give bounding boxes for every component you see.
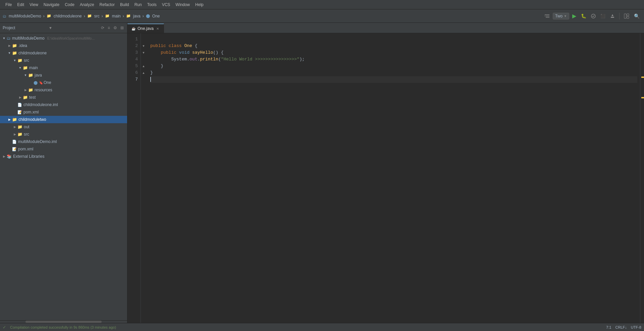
- fold-class-icon[interactable]: ▼: [142, 44, 145, 48]
- line-separator[interactable]: CRLF↓: [615, 325, 627, 329]
- breadcrumb-java[interactable]: java: [133, 14, 141, 18]
- project-scrollbar[interactable]: [0, 320, 127, 323]
- cursor-position[interactable]: 7:1: [606, 325, 611, 329]
- tree-item-external-libraries[interactable]: ▶ 📚 External Libraries: [0, 153, 127, 160]
- menu-item-help[interactable]: Help: [193, 2, 206, 8]
- line-num-7: 7: [127, 76, 138, 83]
- arrow-icon: ▶: [12, 125, 17, 129]
- breadcrumb-src[interactable]: src: [94, 14, 100, 18]
- fold-3[interactable]: ▼: [141, 49, 146, 56]
- item-label: resources: [35, 88, 52, 92]
- indent-settings-button[interactable]: [543, 12, 551, 20]
- fold-method-icon[interactable]: ▼: [142, 51, 145, 54]
- sort-icon[interactable]: ≡: [107, 25, 111, 31]
- tree-item-childmoduleone[interactable]: ▼ 📁 childmoduleone: [0, 49, 127, 57]
- layout-button[interactable]: [622, 12, 631, 20]
- arrow-icon: ▼: [23, 74, 28, 77]
- breadcrumb-one[interactable]: One: [152, 14, 160, 18]
- tree-item-multimoduledemo-iml[interactable]: ▶ 📄 multiModuleDemo.iml: [0, 138, 127, 145]
- menu-item-run[interactable]: Run: [132, 2, 145, 8]
- build-button[interactable]: [608, 13, 616, 19]
- tab-java-icon: ☕: [131, 27, 136, 31]
- item-label: pom.xml: [18, 147, 33, 151]
- tree-item-main-cmo[interactable]: ▼ 📁 main: [0, 64, 127, 72]
- item-label: childmoduletwo: [18, 117, 46, 122]
- project-dropdown-icon[interactable]: ▼: [49, 26, 52, 30]
- java-file-icon: ⬤: [34, 81, 38, 85]
- coverage-button[interactable]: [589, 13, 597, 19]
- run-button[interactable]: ▶: [571, 12, 578, 20]
- status-message: Compilation completed successfully in 9s…: [10, 325, 116, 329]
- tree-item-pom-root[interactable]: ▶ 📝 pom.xml: [0, 145, 127, 153]
- tree-item-idea[interactable]: ▶ 📁 .idea: [0, 42, 127, 49]
- menu-item-analyze[interactable]: Analyze: [77, 2, 97, 8]
- svg-rect-9: [627, 16, 629, 18]
- svg-rect-2: [546, 17, 549, 18]
- breadcrumb-multimodule[interactable]: multiModuleDemo: [9, 14, 41, 18]
- tree-item-multimoduledemo[interactable]: ▼ 🗂 multiModuleDemo E:\ideaWorkSpace\mul…: [0, 35, 127, 42]
- sync-icon[interactable]: ⟳: [100, 25, 105, 31]
- fold-6[interactable]: ▲: [141, 69, 146, 76]
- item-label: src: [24, 58, 29, 63]
- arrow-icon: ▼: [7, 51, 12, 55]
- menu-item-navigate[interactable]: Navigate: [41, 2, 62, 8]
- menu-item-view[interactable]: View: [27, 2, 41, 8]
- expand-icon[interactable]: ⊞: [120, 25, 124, 31]
- menu-bar: File Edit View Navigate Code Analyze Ref…: [0, 0, 644, 9]
- breadcrumb-main[interactable]: main: [112, 14, 121, 18]
- fold-7: [141, 76, 146, 83]
- search-everywhere-button[interactable]: 🔍: [632, 12, 641, 20]
- code-content[interactable]: public class One { public void sayHello(…: [146, 33, 640, 323]
- menu-item-file[interactable]: File: [3, 2, 14, 8]
- tree-item-java-cmo[interactable]: ▼ 📁 java: [0, 72, 127, 79]
- fold-gutter: ▼ ▼ ▲ ▲: [141, 33, 146, 323]
- menu-item-code[interactable]: Code: [62, 2, 77, 8]
- encoding-label[interactable]: UTF-8: [631, 325, 641, 329]
- module-folder-icon: 📁: [12, 51, 17, 55]
- tree-item-childmoduleone-iml[interactable]: ▶ 📄 childmoduleone.iml: [0, 101, 127, 108]
- code-line-4: System.out.println("Hello World >>>>>>>>…: [150, 57, 305, 62]
- gear-icon[interactable]: ⚙: [113, 25, 118, 31]
- path-label: E:\ideaWorkSpace\multiMo...: [47, 36, 95, 40]
- line-num-4: 4: [127, 56, 138, 63]
- tab-close-button[interactable]: ✕: [156, 27, 160, 31]
- arrow-icon: ▼: [17, 66, 23, 69]
- folder-icon: 📁: [17, 125, 22, 129]
- run-config-selector[interactable]: Two ▼: [553, 13, 569, 19]
- menu-item-tools[interactable]: Tools: [145, 2, 159, 8]
- project-title: Project: [3, 26, 47, 30]
- fold-2[interactable]: ▼: [141, 43, 146, 49]
- menu-item-vcs[interactable]: VCS: [159, 2, 173, 8]
- tree-item-src-cmo[interactable]: ▼ 📁 src: [0, 57, 127, 64]
- line-num-1: 1: [127, 36, 138, 43]
- menu-item-edit[interactable]: Edit: [14, 2, 27, 8]
- tree-item-childmoduletwo[interactable]: ▶ 📁 childmoduletwo: [0, 116, 127, 123]
- tree-item-src-cmt[interactable]: ▶ 📁 src: [0, 131, 127, 138]
- folder-icon: 📁: [17, 58, 22, 63]
- fold-close-class-icon[interactable]: ▲: [142, 71, 145, 75]
- stop-button[interactable]: ⬛: [599, 13, 607, 19]
- svg-marker-3: [545, 15, 545, 16]
- fold-close-method-icon[interactable]: ▲: [142, 64, 145, 68]
- config-dropdown-icon: ▼: [564, 14, 567, 18]
- tree-item-test-cmo[interactable]: ▶ 📁 test: [0, 94, 127, 101]
- menu-item-build[interactable]: Build: [117, 2, 132, 8]
- menu-item-window[interactable]: Window: [173, 2, 193, 8]
- fold-4: [141, 56, 146, 63]
- editor-tab-one-java[interactable]: ☕ One.java ✕: [127, 23, 164, 33]
- arrow-icon: ▶: [23, 88, 28, 92]
- menu-item-refactor[interactable]: Refactor: [97, 2, 117, 8]
- fold-5[interactable]: ▲: [141, 63, 146, 69]
- debug-button[interactable]: 🐛: [579, 12, 588, 19]
- tree-item-one-java[interactable]: ▶ ⬤ 🔖 One: [0, 79, 127, 86]
- project-tree[interactable]: ▼ 🗂 multiModuleDemo E:\ideaWorkSpace\mul…: [0, 33, 127, 320]
- editor-tabs: ☕ One.java ✕: [127, 23, 164, 33]
- tree-item-out[interactable]: ▶ 📁 out: [0, 123, 127, 131]
- right-gutter[interactable]: [640, 33, 644, 323]
- tree-item-resources[interactable]: ▶ 📁 resources: [0, 86, 127, 94]
- secondary-toolbar: Project ▼ ⟳ ≡ ⚙ ⊞ ☕ One.java ✕: [0, 23, 644, 33]
- item-label: multiModuleDemo.iml: [18, 139, 57, 144]
- tree-item-pom-cmo[interactable]: ▶ 📝 pom.xml: [0, 108, 127, 116]
- folder-icon: 📁: [23, 65, 28, 70]
- breadcrumb-childmoduleone[interactable]: childmoduleone: [54, 14, 82, 18]
